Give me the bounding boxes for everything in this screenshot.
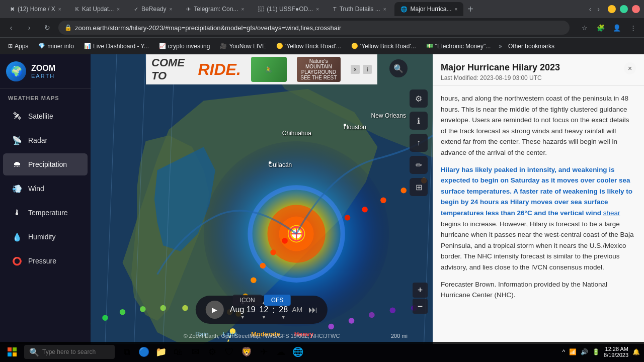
map-area[interactable]: New Orleans Houston Chihuahua Culiacán C… [91, 54, 433, 344]
tab-5[interactable]: 🇺 (11) USSF●OD... × [252, 2, 325, 16]
zoom-in-button[interactable]: + [413, 283, 428, 298]
taskbar-settings-button[interactable]: ⚙ [204, 344, 220, 360]
right-toolbar: ⚙ ℹ ↑ ✏ ⊞ [410, 89, 428, 196]
settings-button[interactable]: ⋮ [626, 21, 640, 35]
taskbar-widgets-button[interactable]: ⧉ [119, 344, 135, 360]
bookmark-yellow1[interactable]: 🟡 'Yellow Brick Road'... [272, 41, 345, 51]
miner-icon: 💎 [38, 43, 45, 49]
taskbar-telegram-button[interactable]: ✈ [256, 344, 272, 360]
sidebar-item-temperature[interactable]: 🌡 Temperature [3, 202, 88, 224]
bookmark-star-button[interactable]: ☆ [578, 21, 592, 35]
back-button[interactable]: ‹ [4, 21, 18, 35]
start-button[interactable] [4, 344, 20, 360]
tab-2-close[interactable]: × [117, 7, 120, 12]
radar-icon: 📡 [11, 134, 23, 146]
bookmark-miner[interactable]: 💎 miner info [34, 41, 78, 51]
taskbar-weather-button[interactable]: ☁ [273, 344, 289, 360]
taskbar-search-input[interactable] [42, 348, 110, 355]
sidebar-item-satellite[interactable]: 🛰 Satellite [3, 105, 88, 127]
tab-3[interactable]: ✓ BeReady × [128, 2, 178, 16]
date-down-arrow[interactable]: ▼ [240, 314, 245, 320]
zoom-out-button[interactable]: − [413, 299, 428, 314]
icon-layer-button[interactable]: ICON [233, 295, 262, 306]
svg-point-34 [390, 307, 396, 313]
tab-1-close[interactable]: × [58, 7, 61, 12]
bookmark-yellow2[interactable]: 🟡 'Yellow Brick Road'... [347, 41, 420, 51]
sidebar-pressure-label: Pressure [28, 257, 56, 265]
bookmark-younow[interactable]: 🎥 YouNow LIVE [216, 41, 270, 51]
profile-button[interactable]: 👤 [610, 21, 624, 35]
taskbar-sound-icon: 🔊 [581, 348, 588, 355]
address-bar[interactable]: 🔒 zoom.earth/storms/hilary-2023/#map=pre… [58, 21, 570, 35]
info-close-button[interactable]: × [624, 62, 636, 74]
yellow2-icon: 🟡 [351, 43, 358, 49]
new-tab-button[interactable]: + [467, 4, 473, 15]
play-button[interactable]: ▶ [206, 301, 224, 319]
tab-7-close[interactable]: × [455, 7, 458, 12]
taskbar-brave-button[interactable]: 🦁 [238, 344, 255, 360]
tab-1[interactable]: ✖ (12) Home / X × [4, 2, 67, 16]
bookmarks-more-button[interactable]: » [499, 43, 502, 50]
ad-close-x[interactable]: × [351, 65, 360, 74]
skip-forward-button[interactable]: ⏭ [308, 305, 317, 315]
svg-point-14 [362, 207, 368, 213]
layers-toolbar-button[interactable]: ⊞ [410, 178, 428, 196]
draw-toolbar-button[interactable]: ✏ [410, 156, 428, 174]
tab-4-favicon: ✈ [186, 6, 191, 13]
taskbar-explorer-button[interactable]: 📁 [153, 344, 169, 360]
tab-7-active[interactable]: 🌐 Major Hurrica... × [394, 2, 464, 16]
taskbar-edge-button[interactable]: 🔵 [136, 344, 152, 360]
taskbar-search-box[interactable]: 🔍 [24, 345, 115, 359]
info-toolbar-button[interactable]: ℹ [410, 112, 428, 130]
svg-point-28 [182, 305, 188, 311]
bookmark-crypto[interactable]: 📈 crypto investing [155, 41, 214, 51]
tab-5-close[interactable]: × [316, 7, 319, 12]
taskbar-security-button[interactable]: 🛡 [221, 344, 237, 360]
taskbar-extra-button[interactable]: 🌐 [290, 344, 306, 360]
close-button[interactable] [632, 5, 640, 13]
sidebar-item-pressure[interactable]: ⭕ Pressure [3, 250, 88, 272]
ad-info: i [363, 65, 372, 74]
forward-button[interactable]: › [22, 21, 36, 35]
bookmark-dashboard[interactable]: 📊 Live Dashboard - Y... [80, 41, 153, 51]
minimize-button[interactable] [608, 5, 616, 13]
hour-down-arrow[interactable]: ▼ [261, 314, 266, 320]
gfs-layer-button[interactable]: GFS [264, 295, 291, 306]
map-search-button[interactable]: 🔍 [389, 59, 408, 77]
sidebar-item-wind[interactable]: 💨 Wind [3, 177, 88, 200]
tab-2[interactable]: K Kat Updat... × [69, 2, 126, 16]
sidebar-item-precipitation[interactable]: 🌧 Precipitation [3, 153, 88, 175]
window-controls: ‹ › [589, 5, 640, 13]
emoney-icon: 💵 [426, 43, 433, 49]
shear-link[interactable]: shear [603, 209, 620, 217]
taskbar-store-button[interactable]: 🛍 [170, 344, 186, 360]
tab-5-label: (11) USSF●OD... [267, 6, 313, 13]
bookmark-apps[interactable]: ⊞ Apps [4, 41, 32, 51]
taskbar-mail-button[interactable]: ✉ [187, 344, 203, 360]
taskbar-tray-arrow[interactable]: ^ [562, 348, 565, 355]
tab-scroll-right[interactable]: › [597, 5, 600, 13]
tab-6-close[interactable]: × [383, 7, 386, 12]
zoom-earth-logo: 🌍 ZOOM EARTH [0, 54, 91, 89]
tab-scroll-left[interactable]: ‹ [589, 5, 592, 13]
settings-toolbar-button[interactable]: ⚙ [410, 89, 428, 108]
extensions-button[interactable]: 🧩 [594, 21, 608, 35]
tab-2-label: Kat Updat... [82, 6, 114, 13]
bookmark-other[interactable]: Other bookmarks [504, 41, 558, 51]
share-toolbar-button[interactable]: ↑ [410, 134, 428, 152]
tab-3-close[interactable]: × [169, 7, 172, 12]
bookmark-emoney[interactable]: 💵 "Electronic Money"... [422, 41, 495, 51]
tab-6[interactable]: T Truth Details ... × [327, 2, 392, 16]
minute-down-arrow[interactable]: ▼ [281, 314, 286, 320]
svg-point-18 [260, 263, 266, 269]
taskbar-notification-button[interactable]: 🔔 [632, 348, 640, 355]
address-text: zoom.earth/storms/hilary-2023/#map=preci… [75, 24, 564, 32]
tab-4-close[interactable]: × [241, 7, 244, 12]
info-paragraph-3: Forecaster Brown. Information provided b… [441, 279, 636, 301]
wind-icon: 💨 [11, 183, 23, 195]
maximize-button[interactable] [620, 5, 628, 13]
sidebar-item-radar[interactable]: 📡 Radar [3, 129, 88, 151]
tab-4[interactable]: ✈ Telegram: Con... × [180, 2, 250, 16]
reload-button[interactable]: ↻ [40, 21, 54, 35]
sidebar-item-humidity[interactable]: 💧 Humidity [3, 226, 88, 248]
